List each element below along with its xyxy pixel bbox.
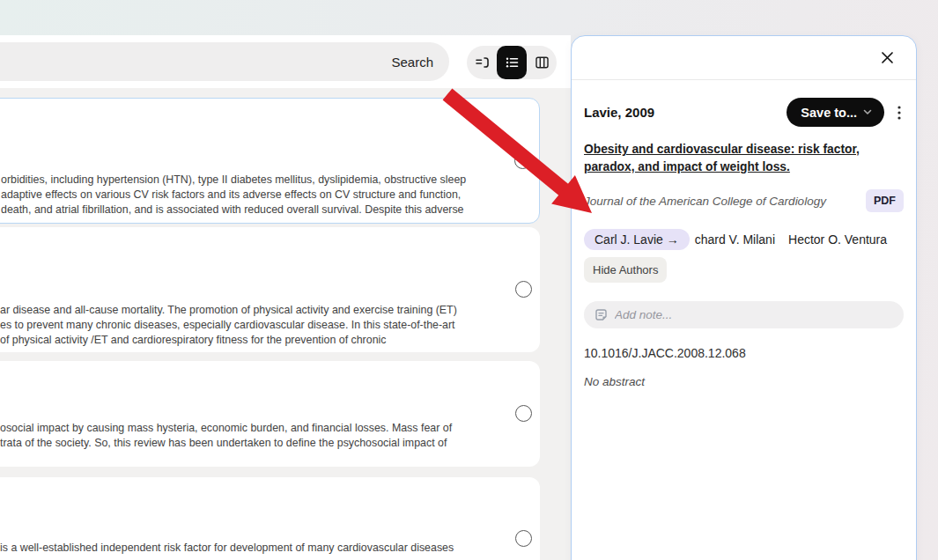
journal-name: Journal of the American College of Cardi… (584, 195, 826, 208)
select-result-radio[interactable] (515, 405, 532, 422)
column-view-icon (535, 55, 550, 70)
author-chip[interactable]: Hector O. Ventura (788, 232, 887, 247)
snippet-line: orbidities, including hypertension (HTN)… (1, 173, 504, 188)
list-view-icon (505, 55, 520, 70)
author-chip[interactable]: Carl J. Lavie → (584, 229, 690, 250)
select-result-radio[interactable] (515, 530, 532, 547)
note-field[interactable] (584, 301, 904, 328)
pdf-badge[interactable]: PDF (866, 189, 904, 212)
hide-authors-button[interactable]: Hide Authors (584, 257, 667, 283)
side-panel-view-button[interactable] (467, 46, 497, 79)
snippet-line: osocial impact by causing mass hysteria,… (0, 421, 505, 436)
chevron-down-icon (863, 109, 872, 115)
snippet-line: ar disease and all-cause mortality. The … (0, 303, 505, 318)
list-view-button[interactable] (497, 46, 527, 79)
search-input[interactable]: Search (0, 42, 449, 81)
author-chip[interactable]: chard V. Milani (695, 232, 775, 247)
paper-title-link[interactable]: Obesity and cardiovascular disease: risk… (584, 141, 894, 176)
result-card[interactable]: is a well-established independent risk f… (0, 477, 540, 560)
abstract-snippet: osocial impact by causing mass hysteria,… (0, 421, 505, 451)
authors-row: Carl J. Lavie → chard V. Milani Hector O… (584, 229, 904, 250)
kebab-menu-icon (897, 105, 901, 121)
snippet-line: adaptive effects on various CV risk fact… (1, 188, 504, 203)
abstract-snippet: is a well-established independent risk f… (0, 541, 505, 556)
more-options-button[interactable] (895, 102, 904, 123)
results-column: Search (0, 35, 571, 560)
doi-text: 10.1016/J.JACC.2008.12.068 (584, 346, 904, 360)
snippet-line: es to prevent many chronic diseases, esp… (0, 318, 505, 333)
side-panel-view-icon (475, 55, 490, 70)
abstract-status: No abstract (584, 375, 904, 388)
panel-header (572, 36, 916, 80)
citation-label: Lavie, 2009 (584, 105, 654, 120)
note-input[interactable] (615, 308, 893, 321)
paper-detail-panel: Lavie, 2009 Save to... (571, 35, 917, 560)
save-to-button[interactable]: Save to... (787, 98, 884, 127)
toolbar: Search (0, 35, 571, 88)
close-button[interactable] (876, 47, 898, 69)
abstract-snippet: orbidities, including hypertension (HTN)… (1, 173, 504, 217)
result-card[interactable]: orbidities, including hypertension (HTN)… (0, 98, 540, 224)
snippet-line: death, and atrial fibrillation, and is a… (1, 203, 504, 217)
select-result-radio[interactable] (514, 152, 531, 169)
select-result-radio[interactable] (515, 281, 532, 298)
search-label: Search (391, 55, 433, 70)
column-view-button[interactable] (527, 46, 557, 79)
note-icon (595, 308, 608, 321)
snippet-line: trata of the society. So, this review ha… (0, 436, 505, 451)
snippet-line: is a well-established independent risk f… (0, 541, 505, 556)
close-icon (880, 50, 895, 65)
view-toggle-group (467, 46, 557, 79)
result-card[interactable]: osocial impact by causing mass hysteria,… (0, 361, 540, 467)
snippet-line: of physical activity /ET and cardiorespi… (0, 333, 505, 348)
result-card[interactable]: ar disease and all-cause mortality. The … (0, 227, 540, 352)
abstract-snippet: ar disease and all-cause mortality. The … (0, 303, 505, 348)
